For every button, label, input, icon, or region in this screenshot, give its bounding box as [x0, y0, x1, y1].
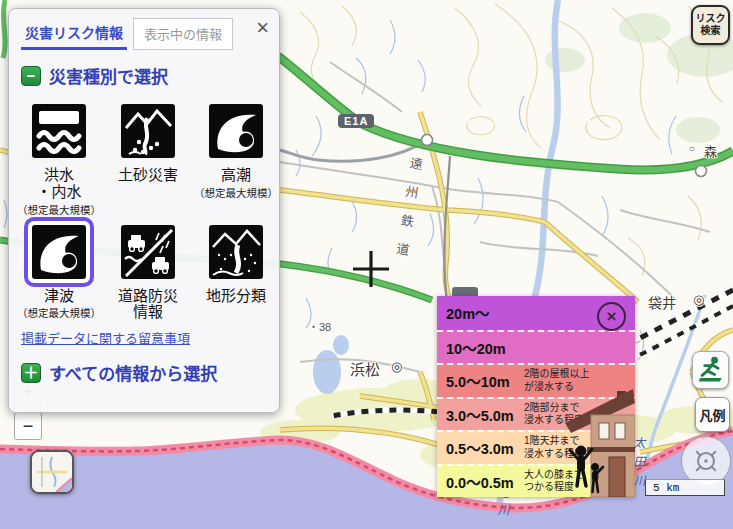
storm-surge-iconwrap — [201, 96, 271, 166]
legend-close-icon[interactable]: × — [597, 302, 626, 331]
spot-elevation-label: ・38 — [308, 318, 331, 334]
compass-icon — [686, 441, 726, 481]
zoom-out-button[interactable]: − — [14, 412, 42, 440]
expressway-badge: E1A — [338, 114, 374, 128]
tsunami-depth-legend: × 20m〜 10〜20m 5.0〜10m 2階の屋根以上 が浸水する 3.0〜… — [437, 296, 635, 497]
flood-icon — [32, 104, 86, 158]
disaster-type-grid: 洪水 ・内水 （想定最大規模） 土砂災害 — [14, 96, 279, 322]
minimap-button[interactable] — [30, 450, 74, 494]
landslide-icon — [121, 104, 175, 158]
place-label-hamamatsu: 浜松 — [350, 358, 380, 379]
tsunami-selected-border — [24, 217, 94, 287]
expand-icon[interactable]: ＋ — [21, 363, 41, 383]
section-title: 災害種別で選択 — [49, 63, 168, 88]
city-symbol: ◎ — [693, 292, 704, 307]
disaster-type-tsunami[interactable]: 津波 （想定最大規模） — [17, 217, 101, 323]
flood-iconwrap — [24, 96, 94, 166]
tsunami-icon — [32, 225, 86, 279]
section-select-all[interactable]: ＋ すべての情報から選択 — [21, 360, 279, 385]
road-disaster-icon — [121, 225, 175, 279]
town-symbol: ○ — [689, 143, 695, 154]
data-notes-link[interactable]: 掲載データに関する留意事項 — [21, 328, 190, 347]
running-person-icon — [695, 354, 727, 386]
section-select-by-type[interactable]: − 災害種別で選択 — [21, 63, 279, 88]
disaster-type-storm-surge[interactable]: 高潮 （想定最大規模） — [194, 96, 278, 217]
disaster-type-landslide[interactable]: 土砂災害 — [113, 96, 183, 217]
collapse-icon[interactable]: − — [21, 66, 41, 86]
disaster-type-flood[interactable]: 洪水 ・内水 （想定最大規模） — [17, 96, 101, 217]
legend-button[interactable]: 凡例 — [695, 397, 730, 432]
landslide-iconwrap — [113, 96, 183, 166]
tab-disaster-risk-info[interactable]: 災害リスク情報 — [21, 18, 127, 50]
minimap-thumbnail — [32, 452, 72, 492]
disaster-type-road[interactable]: 道路防災 情報 — [113, 217, 183, 323]
risk-search-button[interactable]: リスク 検索 — [691, 5, 730, 45]
house-depth-illustration — [555, 387, 635, 497]
evacuation-run-button[interactable] — [692, 351, 729, 389]
city-symbol: ◎ — [391, 359, 402, 374]
close-icon[interactable]: × — [256, 17, 269, 39]
disaster-type-landform[interactable]: 地形分類 — [201, 217, 271, 323]
place-label-fukuroi: 袋井 — [648, 292, 676, 312]
landform-iconwrap — [201, 217, 271, 287]
hazard-map-app: E1A ○ 森 袋井 ◎ 浜松 ◎ ・38 遠州鉄道 太田川 竜川 災害リスク情… — [0, 0, 733, 529]
road-iconwrap — [113, 217, 183, 287]
disaster-risk-panel: 災害リスク情報 表示中の情報 × − 災害種別で選択 洪水 ・内水 — [8, 8, 280, 413]
legend-row: 10〜20m — [437, 330, 635, 364]
landform-icon — [209, 225, 263, 279]
place-label-mori: 森 — [704, 141, 717, 160]
tab-displayed-info[interactable]: 表示中の情報 — [133, 18, 233, 50]
scale-bar: 5 km — [645, 479, 725, 496]
storm-surge-icon — [209, 104, 263, 158]
panel-tab-bar: 災害リスク情報 表示中の情報 — [9, 9, 279, 50]
section-title: すべての情報から選択 — [49, 360, 217, 385]
